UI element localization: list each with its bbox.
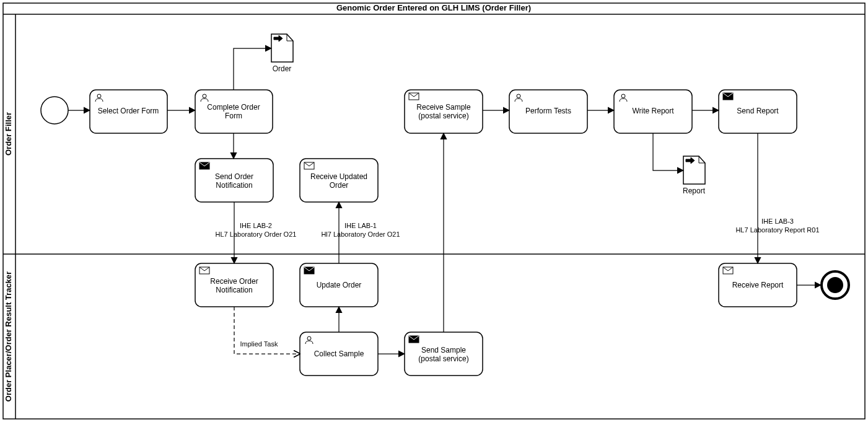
svg-text:Send Order: Send Order <box>215 172 253 181</box>
end-event <box>822 271 849 299</box>
svg-text:(postal service): (postal service) <box>418 112 468 120</box>
flow-complete-order-artifact <box>234 48 271 90</box>
svg-text:Send Sample: Send Sample <box>421 346 466 354</box>
task-receive-report: Receive Report <box>719 263 797 307</box>
artifact-report: Report <box>683 156 706 195</box>
svg-text:Complete  Order: Complete Order <box>207 103 260 112</box>
task-receive-updated-order: Receive Updated Order <box>300 159 378 202</box>
svg-text:Receive  Sample: Receive Sample <box>416 103 471 112</box>
svg-text:Order: Order <box>330 181 349 190</box>
svg-text:Notification: Notification <box>216 181 252 190</box>
label-ihe-lab3-l1: IHE LAB-3 <box>761 218 794 225</box>
svg-text:Receive Report: Receive Report <box>732 281 784 289</box>
svg-text:Perform Tests: Perform Tests <box>525 107 571 115</box>
svg-text:Notification: Notification <box>216 286 252 294</box>
svg-text:(postal service): (postal service) <box>418 354 468 363</box>
envelope-icon <box>723 93 733 100</box>
svg-text:Select Order Form: Select Order Form <box>98 107 159 115</box>
svg-text:Form: Form <box>225 112 242 120</box>
start-event <box>41 97 68 124</box>
pool-title: Genomic Order Entered on GLH LIMS (Order… <box>336 3 531 12</box>
task-select-order-form: Select Order Form <box>90 90 167 133</box>
svg-point-3 <box>41 97 68 124</box>
svg-text:Receive  Updated: Receive Updated <box>310 172 367 181</box>
task-receive-order-notification: Receive Order Notification <box>195 263 273 307</box>
svg-point-52 <box>827 277 843 293</box>
task-collect-sample: Collect Sample <box>300 332 378 376</box>
label-ihe-lab1-l1: IHE LAB-1 <box>344 222 377 229</box>
label-ihe-lab2-l2: HL7 Laboratory Order O21 <box>216 231 297 238</box>
task-write-report: Write Report <box>614 90 692 133</box>
svg-text:Write Report: Write Report <box>632 107 674 115</box>
lane-order-filler-title: Order Filler <box>4 112 13 156</box>
bpmn-diagram: Genomic Order Entered on GLH LIMS (Order… <box>0 0 868 422</box>
svg-text:Send Report: Send Report <box>737 107 779 115</box>
svg-text:Update Order: Update Order <box>317 281 362 289</box>
envelope-icon <box>304 267 314 274</box>
label-implied-task: Implied Task <box>240 340 278 348</box>
task-receive-sample: Receive Sample (postal service) <box>405 90 483 133</box>
svg-text:Report: Report <box>683 187 706 195</box>
task-perform-tests: Perform Tests <box>509 90 587 133</box>
label-ihe-lab2-l1: IHE LAB-2 <box>240 222 272 229</box>
task-send-sample: Send Sample (postal service) <box>405 332 483 376</box>
artifact-order: Order <box>271 34 293 73</box>
envelope-icon <box>199 162 209 169</box>
flow-write-report-artifact <box>653 133 683 170</box>
svg-text:Collect Sample: Collect Sample <box>314 349 364 358</box>
task-send-report: Send Report <box>719 90 797 133</box>
task-send-order-notification: Send Order Notification <box>195 159 273 202</box>
task-update-order: Update Order <box>300 263 378 307</box>
svg-text:Receive Order: Receive Order <box>210 277 258 286</box>
svg-text:Order: Order <box>273 64 292 73</box>
label-ihe-lab3-l2: HL7 Laboratory Report R01 <box>735 226 819 234</box>
envelope-icon <box>409 336 419 343</box>
task-complete-order-form: Complete Order Form <box>195 90 273 133</box>
lane-order-placer-title: Order Placer/Order Result Tracker <box>4 271 13 402</box>
label-ihe-lab1-l2: Hl7 Laboratory Order O21 <box>321 231 400 238</box>
